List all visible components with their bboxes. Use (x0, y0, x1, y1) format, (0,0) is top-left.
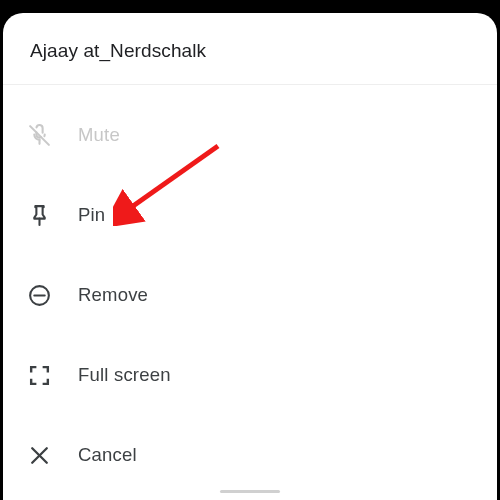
mic-off-icon (24, 121, 54, 149)
home-indicator (220, 490, 280, 494)
remove-label: Remove (78, 284, 148, 306)
mute-option: Mute (3, 95, 497, 175)
remove-option[interactable]: Remove (3, 255, 497, 335)
fullscreen-option[interactable]: Full screen (3, 335, 497, 415)
menu-list: Mute Pin Remove (3, 85, 497, 495)
pin-option[interactable]: Pin (3, 175, 497, 255)
participant-name: Ajaay at_Nerdschalk (30, 40, 470, 62)
bottom-sheet: Ajaay at_Nerdschalk Mute (3, 13, 497, 500)
pin-icon (24, 201, 54, 229)
cancel-option[interactable]: Cancel (3, 415, 497, 495)
pin-label: Pin (78, 204, 105, 226)
close-icon (24, 441, 54, 469)
fullscreen-icon (24, 361, 54, 389)
mute-label: Mute (78, 124, 120, 146)
sheet-header: Ajaay at_Nerdschalk (3, 40, 497, 85)
fullscreen-label: Full screen (78, 364, 171, 386)
cancel-label: Cancel (78, 444, 137, 466)
remove-icon (24, 281, 54, 309)
